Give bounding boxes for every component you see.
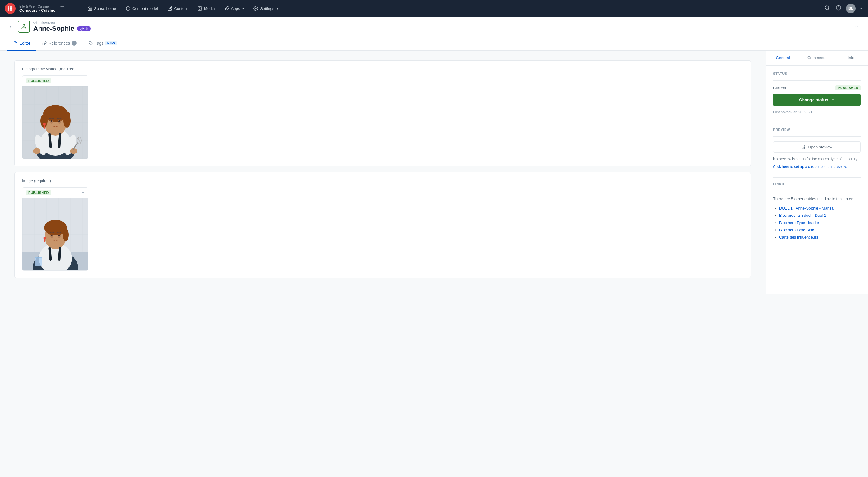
- open-preview-button[interactable]: Open preview: [773, 141, 861, 153]
- link-item-1[interactable]: DUEL 1 | Anne-Sophie - Marisa: [779, 206, 834, 210]
- references-info-icon[interactable]: i: [72, 41, 76, 46]
- asset-card-pictogramme[interactable]: PUBLISHED ···: [22, 76, 88, 159]
- link-item-2[interactable]: Bloc prochain duel - Duel 1: [779, 213, 826, 218]
- avatar[interactable]: BL: [846, 4, 856, 13]
- entry-content-type: Influenceur: [33, 21, 847, 24]
- brand-title: Concours - Cuisine: [19, 8, 55, 13]
- links-section-label: LINKS: [773, 182, 861, 186]
- list-item: Carte des influenceurs: [779, 235, 861, 239]
- nav-label-settings: Settings: [260, 6, 274, 11]
- apps-grid-button[interactable]: [5, 3, 16, 14]
- preview-section-label: PREVIEW: [773, 128, 861, 131]
- svg-point-19: [35, 22, 36, 23]
- asset-published-badge-pictogramme: PUBLISHED: [26, 79, 51, 83]
- asset-menu-button-image[interactable]: ···: [81, 190, 84, 196]
- top-nav: Elle & Vire - Cuisine Concours - Cuisine…: [0, 0, 868, 17]
- link-item-5[interactable]: Carte des influenceurs: [779, 235, 818, 239]
- tags-new-badge: NEW: [105, 41, 117, 45]
- sidebar-tab-info[interactable]: Info: [834, 51, 868, 65]
- svg-point-7: [10, 9, 11, 10]
- field-image: Image (required) PUBLISHED ···: [14, 172, 751, 278]
- list-item: Bloc hero Type Bloc: [779, 227, 861, 232]
- content-type-label: Influenceur: [39, 21, 55, 24]
- help-icon[interactable]: [835, 4, 842, 13]
- back-button[interactable]: ‹: [7, 22, 14, 31]
- preview-links-divider: [773, 177, 861, 178]
- sidebar-tab-comments[interactable]: Comments: [800, 51, 834, 65]
- sidebar-content: STATUS Current PUBLISHED Change status L…: [766, 66, 868, 254]
- svg-point-5: [11, 8, 12, 9]
- svg-point-8: [11, 9, 12, 10]
- svg-point-4: [10, 8, 11, 9]
- nav-item-apps[interactable]: Apps ▾: [220, 4, 248, 13]
- list-item: Bloc prochain duel - Duel 1: [779, 213, 861, 218]
- settings-arrow-icon: ▾: [277, 7, 278, 10]
- change-status-button[interactable]: Change status: [773, 94, 861, 106]
- svg-point-62: [51, 235, 53, 236]
- svg-point-14: [825, 6, 829, 9]
- entry-more-button[interactable]: ···: [851, 22, 861, 31]
- entry-header: ‹ Influenceur Anne-Sophie 5 ···: [0, 17, 868, 36]
- right-sidebar: General Comments Info STATUS Current PUB…: [766, 51, 868, 294]
- entry-title-row: Anne-Sophie 5: [33, 25, 847, 33]
- nav-center: Space home Content model Content Media A…: [83, 4, 823, 13]
- svg-point-1: [10, 6, 11, 7]
- editor-pane: Pictogramme visage (required) PUBLISHED …: [0, 51, 766, 294]
- svg-point-37: [43, 123, 45, 125]
- asset-image-image: [22, 198, 88, 270]
- preview-divider: [773, 136, 861, 137]
- svg-point-64: [44, 237, 46, 239]
- asset-card-header-image: PUBLISHED ···: [22, 187, 88, 198]
- preview-setup-link[interactable]: Click here to set up a custom content pr…: [773, 165, 847, 169]
- svg-point-63: [59, 235, 60, 236]
- svg-point-2: [11, 6, 12, 7]
- svg-point-35: [51, 120, 53, 122]
- asset-image-pictogramme: [22, 86, 88, 158]
- nav-label-content: Content: [174, 6, 188, 11]
- tab-references[interactable]: References i: [36, 36, 83, 51]
- svg-point-43: [33, 148, 40, 154]
- brand-subtitle: Elle & Vire - Cuisine: [19, 4, 55, 8]
- svg-line-15: [828, 9, 829, 10]
- svg-rect-69: [35, 257, 41, 259]
- asset-card-image[interactable]: PUBLISHED ···: [22, 187, 88, 271]
- content-area: Pictogramme visage (required) PUBLISHED …: [0, 51, 868, 294]
- nav-item-space-home[interactable]: Space home: [83, 4, 120, 13]
- svg-point-59: [63, 229, 69, 241]
- nav-label-media: Media: [204, 6, 215, 11]
- svg-point-36: [59, 120, 60, 122]
- tab-tags[interactable]: Tags NEW: [83, 36, 123, 51]
- links-badge[interactable]: 5: [77, 26, 91, 31]
- entry-icon: [18, 21, 30, 33]
- search-icon[interactable]: [823, 4, 831, 13]
- links-divider: [773, 191, 861, 191]
- links-list: DUEL 1 | Anne-Sophie - Marisa Bloc proch…: [773, 206, 861, 239]
- tab-editor[interactable]: Editor: [7, 36, 36, 51]
- link-item-4[interactable]: Bloc hero Type Bloc: [779, 228, 814, 232]
- link-item-3[interactable]: Bloc hero Type Header: [779, 220, 819, 225]
- nav-item-content-model[interactable]: Content model: [121, 4, 162, 13]
- hamburger-icon[interactable]: ☰: [60, 5, 65, 12]
- list-item: DUEL 1 | Anne-Sophie - Marisa: [779, 206, 861, 210]
- nav-brand: Elle & Vire - Cuisine Concours - Cuisine…: [5, 3, 83, 14]
- status-published-badge: PUBLISHED: [835, 85, 861, 90]
- apps-arrow-icon: ▾: [242, 7, 244, 10]
- asset-card-header-pictogramme: PUBLISHED ···: [22, 76, 88, 86]
- svg-rect-65: [44, 239, 45, 242]
- nav-item-media[interactable]: Media: [193, 4, 219, 13]
- preview-note: No preview is set up for the content typ…: [773, 156, 861, 161]
- links-section: LINKS There are 5 other entries that lin…: [773, 182, 861, 239]
- account-arrow-icon[interactable]: ▾: [859, 6, 863, 11]
- nav-item-content[interactable]: Content: [163, 4, 192, 13]
- sidebar-tab-general[interactable]: General: [766, 51, 800, 65]
- brand-info: Elle & Vire - Cuisine Concours - Cuisine: [19, 4, 55, 13]
- svg-point-18: [23, 24, 25, 26]
- nav-item-settings[interactable]: Settings ▾: [249, 4, 282, 13]
- status-section-label: STATUS: [773, 72, 861, 76]
- asset-menu-button-pictogramme[interactable]: ···: [81, 78, 84, 84]
- preview-section: PREVIEW Open preview No preview is set u…: [773, 128, 861, 169]
- status-divider: [773, 80, 861, 81]
- status-preview-divider: [773, 123, 861, 123]
- list-item: Bloc hero Type Header: [779, 220, 861, 225]
- field-label-pictogramme: Pictogramme visage (required): [22, 67, 744, 71]
